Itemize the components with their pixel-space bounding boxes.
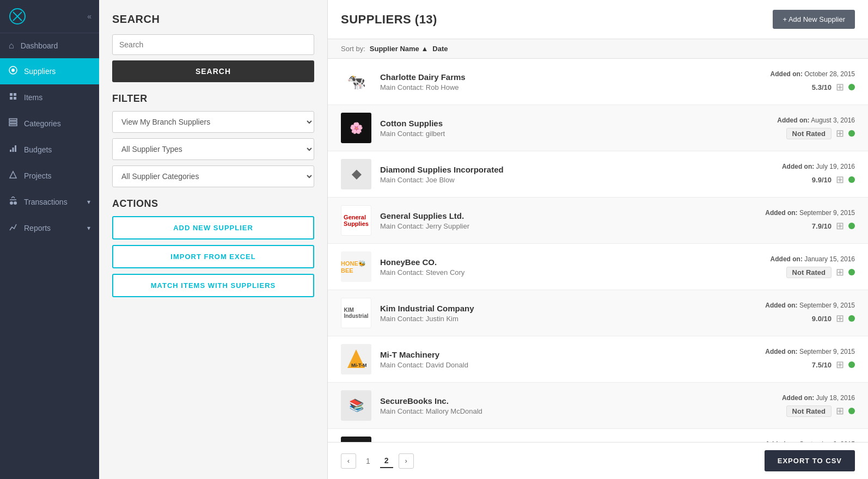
- app-logo: [8, 7, 27, 26]
- sidebar-collapse-button[interactable]: «: [87, 12, 91, 21]
- sidebar-item-projects[interactable]: Projects: [0, 163, 99, 189]
- supplier-contact: Main Contact: Steven Cory: [380, 268, 771, 277]
- supplier-name: General Supplies Ltd.: [380, 211, 765, 220]
- svg-point-13: [14, 201, 17, 205]
- compare-icon[interactable]: ⊞: [836, 312, 844, 324]
- compare-icon[interactable]: ⊞: [836, 220, 844, 232]
- table-row[interactable]: ⚙ Shawn Electronic Systems Main Contact:…: [328, 429, 868, 442]
- sidebar-item-label: Projects: [24, 171, 52, 180]
- rating-score: 5.3/10: [812, 83, 832, 91]
- projects-icon: [9, 170, 17, 181]
- table-row[interactable]: ◆ Diamond Supplies Incorporated Main Con…: [328, 151, 868, 198]
- added-on: Added on: October 28, 2015: [771, 70, 855, 78]
- budgets-icon: [9, 144, 17, 155]
- sidebar-item-categories[interactable]: Categories: [0, 110, 99, 137]
- rating-row: Not Rated ⊞: [786, 266, 855, 278]
- supplier-name: Diamond Supplies Incorporated: [380, 165, 782, 174]
- right-panel: SUPPLIERS (13) + Add New Supplier Sort b…: [328, 0, 868, 479]
- sidebar-item-items[interactable]: Items: [0, 84, 99, 110]
- page-1-button[interactable]: 1: [362, 455, 375, 468]
- right-footer: ‹ 1 2 › EXPORT TO CSV: [328, 442, 868, 479]
- svg-rect-8: [10, 150, 11, 152]
- sidebar-nav: ⌂ Dashboard Suppliers Items: [0, 33, 99, 479]
- compare-icon[interactable]: ⊞: [836, 359, 844, 371]
- compare-icon[interactable]: ⊞: [836, 266, 844, 278]
- sidebar-item-budgets[interactable]: Budgets: [0, 137, 99, 163]
- rating-row: 9.9/10 ⊞: [812, 174, 855, 186]
- compare-icon[interactable]: ⊞: [836, 174, 844, 186]
- supplier-meta: Added on: September 9, 2015 7.9/10 ⊞: [765, 209, 855, 232]
- search-input[interactable]: [112, 34, 314, 55]
- table-row[interactable]: 📚 SecureBooks Inc. Main Contact: Mallory…: [328, 383, 868, 429]
- add-supplier-header-button[interactable]: + Add New Supplier: [773, 10, 855, 29]
- table-row[interactable]: HONE🐝BEE HoneyBee CO. Main Contact: Stev…: [328, 244, 868, 290]
- compare-icon[interactable]: ⊞: [836, 81, 844, 93]
- not-rated-badge: Not Rated: [786, 128, 832, 139]
- added-on: Added on: September 9, 2015: [765, 209, 855, 217]
- sidebar-item-transactions[interactable]: Transactions ▾: [0, 189, 99, 215]
- rating-row: 9.0/10 ⊞: [812, 312, 855, 324]
- sidebar: « ⌂ Dashboard Suppliers Items: [0, 0, 99, 479]
- supplier-info: HoneyBee CO. Main Contact: Steven Cory: [380, 257, 771, 277]
- svg-rect-5: [9, 119, 17, 120]
- sidebar-item-label: Budgets: [24, 145, 52, 154]
- not-rated-badge: Not Rated: [786, 406, 832, 417]
- supplier-contact: Main Contact: Justin Kim: [380, 315, 765, 323]
- supplier-contact: Main Contact: Mallory McDonald: [380, 407, 782, 415]
- category-filter-select[interactable]: All Supplier Categories: [112, 165, 314, 187]
- supplier-logo: KIMIndustrial: [341, 298, 371, 328]
- left-panel: SEARCH SEARCH FILTER View My Branch Supp…: [99, 0, 328, 479]
- next-page-button[interactable]: ›: [399, 453, 414, 469]
- match-items-button[interactable]: MATCH ITEMS WITH SUPPLIERS: [112, 274, 314, 297]
- rating-row: Not Rated ⊞: [786, 405, 855, 417]
- sort-by-name[interactable]: Supplier Name ▲: [370, 45, 429, 53]
- supplier-name: Charlotte Dairy Farms: [380, 72, 771, 82]
- suppliers-header: SUPPLIERS (13) + Add New Supplier: [328, 0, 868, 39]
- supplier-name: Mi-T Machinery: [380, 350, 765, 359]
- reports-arrow: ▾: [87, 224, 90, 232]
- rating-row: 5.3/10 ⊞: [812, 81, 855, 93]
- compare-icon[interactable]: ⊞: [836, 127, 844, 139]
- type-filter-select[interactable]: All Supplier Types: [112, 138, 314, 160]
- supplier-meta: Added on: August 3, 2016 Not Rated ⊞: [777, 116, 855, 139]
- table-row[interactable]: 🐄 Charlotte Dairy Farms Main Contact: Ro…: [328, 59, 868, 105]
- search-button[interactable]: SEARCH: [112, 60, 314, 82]
- table-row[interactable]: Mi-T-M Mi-T Machinery Main Contact: Davi…: [328, 336, 868, 383]
- svg-rect-6: [9, 121, 17, 123]
- status-dot: [848, 408, 855, 414]
- table-row[interactable]: GeneralSupplies General Supplies Ltd. Ma…: [328, 198, 868, 244]
- transactions-arrow: ▾: [87, 198, 90, 206]
- categories-icon: [9, 118, 17, 129]
- page-2-button[interactable]: 2: [380, 454, 393, 468]
- supplier-meta: Added on: July 19, 2016 9.9/10 ⊞: [782, 163, 855, 186]
- svg-rect-7: [9, 124, 17, 126]
- supplier-meta: Added on: July 18, 2016 Not Rated ⊞: [782, 394, 855, 417]
- table-row[interactable]: KIMIndustrial Kim Industrial Company Mai…: [328, 290, 868, 336]
- svg-marker-11: [10, 171, 16, 178]
- pagination: ‹ 1 2 ›: [341, 453, 414, 469]
- export-csv-button[interactable]: EXPORT TO CSV: [765, 450, 855, 471]
- added-on: Added on: July 19, 2016: [782, 163, 855, 170]
- import-excel-button[interactable]: IMPORT FROM EXCEL: [112, 245, 314, 268]
- status-dot: [848, 315, 855, 322]
- supplier-meta: Added on: September 9, 2015 7.5/10 ⊞: [765, 348, 855, 371]
- prev-page-button[interactable]: ‹: [341, 453, 356, 469]
- status-dot: [848, 269, 855, 275]
- sidebar-item-dashboard[interactable]: ⌂ Dashboard: [0, 33, 99, 58]
- sidebar-item-label: Suppliers: [24, 67, 56, 76]
- table-row[interactable]: 🌸 Cotton Supplies Main Contact: gilbert …: [328, 105, 868, 151]
- svg-point-12: [10, 201, 13, 205]
- compare-icon[interactable]: ⊞: [836, 405, 844, 417]
- add-supplier-action-button[interactable]: ADD NEW SUPPLIER: [112, 216, 314, 240]
- added-on: Added on: September 9, 2015: [765, 348, 855, 355]
- branch-filter-select[interactable]: View My Branch Suppliers: [112, 111, 314, 133]
- sort-label: Sort by:: [341, 45, 365, 53]
- sidebar-item-reports[interactable]: Reports ▾: [0, 215, 99, 241]
- sidebar-item-suppliers[interactable]: Suppliers: [0, 58, 99, 84]
- sort-by-date[interactable]: Date: [432, 45, 448, 53]
- rating-row: 7.9/10 ⊞: [812, 220, 855, 232]
- sidebar-item-label: Reports: [24, 224, 51, 232]
- status-dot: [848, 84, 855, 90]
- supplier-logo: GeneralSupplies: [341, 205, 371, 236]
- supplier-info: Charlotte Dairy Farms Main Contact: Rob …: [380, 72, 771, 91]
